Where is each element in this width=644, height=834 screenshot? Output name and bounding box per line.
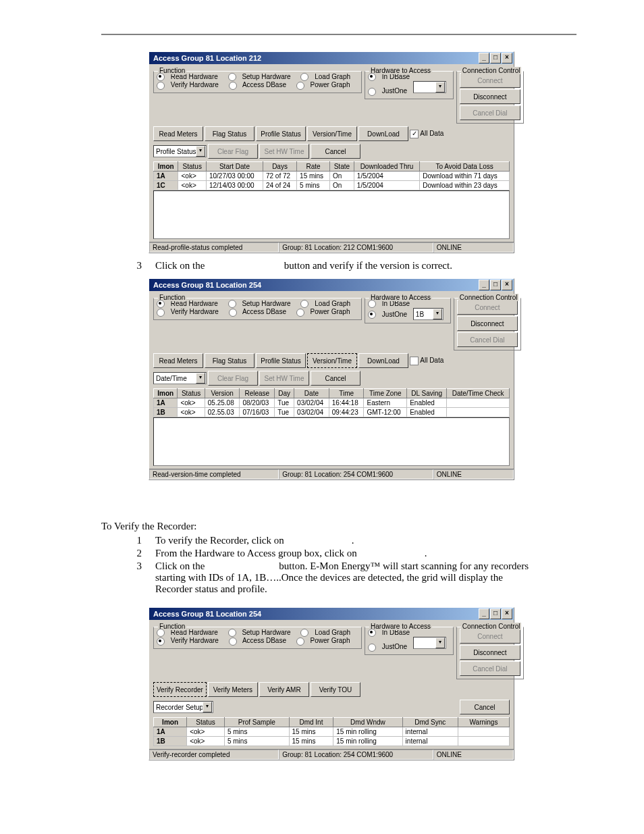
window-title: Access Group 81 Location 254 [153, 279, 261, 291]
col-header: Rate [297, 162, 330, 172]
col-header: Start Date [206, 162, 263, 172]
window-1: Access Group 81 Location 212 _ □ × Funct… [149, 51, 514, 253]
col-header: Day [275, 389, 294, 398]
col-header: Warnings [458, 718, 509, 727]
window-title: Access Group 81 Location 254 [153, 608, 261, 620]
radio-verify-hardware[interactable] [157, 82, 165, 90]
col-header: Dmd Sync [402, 718, 458, 727]
version-time-button[interactable]: Version/Time [307, 126, 357, 141]
table-row[interactable]: 1A<ok>5 mins15 mins15 min rollinginterna… [154, 727, 510, 737]
recorder-setup-dropdown[interactable]: Recorder Setup [153, 701, 213, 713]
radio-verify-hardware[interactable] [157, 637, 165, 646]
maximize-icon[interactable]: □ [490, 53, 501, 63]
table-row[interactable]: 1B<ok>02.55.0307/16/03Tue03/02/0409:44:2… [154, 408, 510, 417]
justone-dropdown[interactable] [413, 81, 446, 93]
clear-flag-button[interactable]: Clear Flag [208, 144, 258, 159]
col-header: Imon [154, 389, 178, 398]
grid-header: ImonStatusStart DateDaysRateStateDownloa… [154, 162, 510, 172]
col-header: Dmd Wndw [333, 718, 402, 727]
table-row[interactable]: 1B<ok>5 mins15 mins15 min rollinginterna… [154, 737, 510, 746]
verify-amr-button[interactable]: Verify AMR [259, 682, 309, 697]
close-icon[interactable]: × [502, 608, 512, 619]
verify-meters-button[interactable]: Verify Meters [208, 682, 258, 697]
minimize-icon[interactable]: _ [479, 280, 489, 290]
window-title: Access Group 81 Location 212 [153, 52, 261, 64]
status-bar: Read-profile-status completed Group: 81 … [149, 242, 514, 253]
table-row[interactable]: 1C<ok>12/14/03 00:0024 of 245 minsOn1/5/… [154, 181, 510, 190]
profile-status-button[interactable]: Profile Status [256, 126, 306, 141]
col-header: Date [294, 389, 329, 398]
justone-dropdown[interactable]: 1B [413, 308, 444, 320]
function-group: Function Read Hardware Setup Hardware Lo… [153, 71, 362, 93]
table-row[interactable]: 1A<ok>10/27/03 00:0072 of 7215 minsOn1/5… [154, 172, 510, 181]
all-data-checkbox[interactable]: ✓ [410, 130, 419, 138]
connect-button[interactable]: Connect [460, 73, 520, 88]
col-header: Imon [154, 162, 178, 172]
radio-power-graph[interactable] [296, 82, 304, 90]
col-header: To Avoid Data Loss [420, 162, 510, 172]
radio-setup-hardware[interactable] [228, 73, 236, 81]
maximize-icon[interactable]: □ [490, 608, 501, 619]
cancel-button[interactable]: Cancel [311, 144, 360, 159]
col-header: Status [187, 718, 225, 727]
col-header: Status [178, 389, 205, 398]
radio-access-dbase[interactable] [229, 82, 237, 90]
col-header: Time Zone [364, 389, 407, 398]
col-header: Version [205, 389, 240, 398]
version-time-button[interactable]: Version/Time [307, 353, 357, 368]
col-header: Prof Sample [224, 718, 289, 727]
window-3: Access Group 81 Location 254 _ □ × Funct… [149, 607, 514, 760]
verify-recorder-button[interactable]: Verify Recorder [153, 682, 207, 697]
verify-heading: To Verify the Recorder: [101, 521, 576, 532]
connection-group: Connection Control Connect Disconnect Ca… [456, 71, 524, 124]
col-header: DL Saving [407, 389, 447, 398]
col-header: State [329, 162, 354, 172]
grid-2: ImonStatusVersionReleaseDayDateTimeTime … [153, 388, 510, 417]
download-button[interactable]: DownLoad [358, 126, 408, 141]
table-row[interactable]: 1A<ok>05.25.0808/20/03Tue03/02/0416:44:1… [154, 398, 510, 408]
close-icon[interactable]: × [502, 280, 512, 290]
grid-3: ImonStatusProf SampleDmd IntDmd WndwDmd … [153, 717, 510, 746]
radio-in-dbase[interactable] [368, 73, 376, 81]
hardware-group: Hardware to Access In DBase JustOne [365, 71, 454, 99]
radio-load-graph[interactable] [300, 73, 308, 81]
close-icon[interactable]: × [502, 53, 512, 63]
col-header: Downloaded Thru [354, 162, 419, 172]
minimize-icon[interactable]: _ [479, 608, 489, 619]
flag-status-button[interactable]: Flag Status [205, 126, 254, 141]
col-header: Status [178, 162, 206, 172]
window-2: Access Group 81 Location 254 _ □ × Funct… [149, 278, 514, 480]
maximize-icon[interactable]: □ [490, 280, 501, 290]
set-hw-time-button[interactable]: Set HW Time [259, 144, 309, 159]
grid-1: ImonStatusStart DateDaysRateStateDownloa… [153, 161, 510, 190]
cancel-dial-button[interactable]: Cancel Dial [460, 105, 520, 120]
col-header: Date/Time Check [447, 389, 510, 398]
col-header: Dmd Int [289, 718, 333, 727]
step-number: 3 [135, 260, 142, 271]
minimize-icon[interactable]: _ [479, 53, 489, 63]
col-header: Time [329, 389, 364, 398]
disconnect-button[interactable]: Disconnect [460, 89, 520, 104]
radio-read-hardware[interactable] [157, 73, 165, 81]
read-meters-button[interactable]: Read Meters [153, 126, 203, 141]
verify-tou-button[interactable]: Verify TOU [311, 682, 360, 697]
titlebar[interactable]: Access Group 81 Location 212 _ □ × [149, 52, 514, 64]
radio-justone[interactable] [368, 88, 376, 96]
col-header: Days [263, 162, 296, 172]
profile-status-dropdown[interactable]: Profile Status [153, 145, 207, 157]
col-header: Release [240, 389, 275, 398]
col-header: Imon [154, 718, 187, 727]
